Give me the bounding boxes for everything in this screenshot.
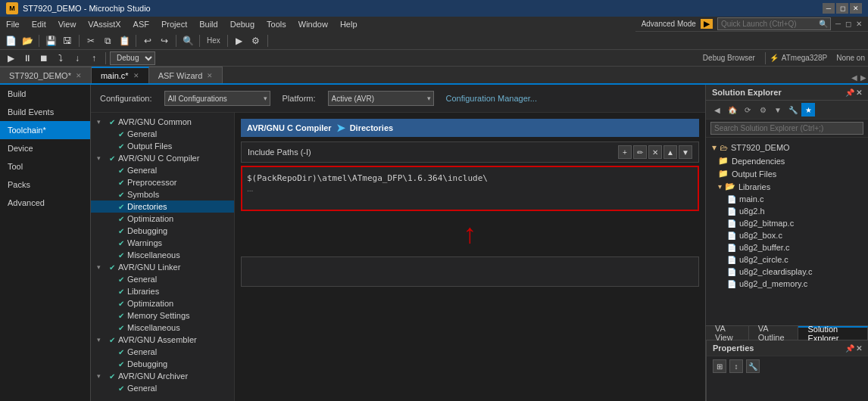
- tree-debugging-0[interactable]: ✔ Debugging: [91, 225, 234, 237]
- nav-build[interactable]: Build: [0, 85, 90, 103]
- btab-va-outline[interactable]: VA Outline: [749, 326, 799, 340]
- move-up-btn[interactable]: ▲: [663, 145, 677, 159]
- props-pin-btn[interactable]: 📌: [845, 344, 854, 353]
- tree-directories[interactable]: ✔ Directories: [91, 201, 234, 213]
- sol-u8g2-bitmap[interactable]: 📄 u8g2_bitmap.c: [706, 217, 868, 229]
- props-categories-btn[interactable]: ⊞: [713, 359, 726, 373]
- tree-avr-gnu-c-compiler[interactable]: ▾ ✔ AVR/GNU C Compiler: [91, 152, 234, 164]
- debug-pause[interactable]: ⏸: [20, 51, 35, 66]
- paste-btn[interactable]: 📋: [117, 33, 132, 48]
- menu-edit[interactable]: Edit: [26, 17, 52, 32]
- props-settings-btn[interactable]: 🔧: [746, 359, 760, 373]
- move-down-btn[interactable]: ▼: [679, 145, 692, 159]
- sol-home-btn[interactable]: 🏠: [726, 103, 739, 117]
- btab-solution-explorer[interactable]: Solution Explorer: [798, 326, 868, 340]
- sol-dependencies[interactable]: 📁 Dependencies: [706, 154, 868, 167]
- tree-debugging-asm[interactable]: ✔ Debugging: [91, 358, 234, 370]
- tree-avr-gnu-common[interactable]: ▾ ✔ AVR/GNU Common: [91, 116, 234, 128]
- tree-optimization[interactable]: ✔ Optimization: [91, 213, 234, 225]
- debug-step-in[interactable]: ↓: [70, 51, 85, 66]
- remove-include-btn[interactable]: ✕: [648, 145, 662, 159]
- sol-close-btn[interactable]: ✕: [856, 89, 862, 97]
- debug-start[interactable]: ▶: [3, 51, 18, 66]
- tree-output-files-0[interactable]: ✔ Output Files: [91, 140, 234, 152]
- build-btn[interactable]: ▶: [232, 33, 247, 48]
- new-btn[interactable]: 📄: [3, 33, 18, 48]
- tree-general-0[interactable]: ✔ General: [91, 128, 234, 140]
- restore-button[interactable]: ◻: [836, 3, 848, 14]
- tree-general-1[interactable]: ✔ General: [91, 164, 234, 176]
- tree-avr-gnu-archiver[interactable]: ▾ ✔ AVR/GNU Archiver: [91, 370, 234, 382]
- sol-u8g2-box[interactable]: 📄 u8g2_box.c: [706, 229, 868, 241]
- copy-btn[interactable]: ⧉: [100, 33, 115, 48]
- tree-general-2[interactable]: ✔ General: [91, 273, 234, 285]
- debug-step-out[interactable]: ↑: [86, 51, 101, 66]
- empty-input-box[interactable]: [241, 256, 699, 287]
- menu-build[interactable]: Build: [193, 17, 223, 32]
- nav-advanced[interactable]: Advanced: [0, 194, 90, 212]
- platform-select[interactable]: Active (AVR): [328, 91, 434, 106]
- sol-u8g2-cleardisplay[interactable]: 📄 u8g2_cleardisplay.c: [706, 266, 868, 278]
- open-btn[interactable]: 📂: [20, 33, 35, 48]
- sol-back-btn[interactable]: ◀: [710, 103, 724, 117]
- sol-u8g2-buffer[interactable]: 📄 u8g2_buffer.c: [706, 241, 868, 253]
- cut-btn[interactable]: ✂: [83, 33, 98, 48]
- sol-search-input[interactable]: [710, 122, 863, 135]
- tab-asf[interactable]: ASF Wizard ✕: [149, 67, 223, 83]
- tree-general-arch[interactable]: ✔ General: [91, 382, 234, 394]
- add-include-btn[interactable]: +: [618, 145, 632, 159]
- quick-launch-input[interactable]: [717, 17, 831, 30]
- debug-step-over[interactable]: ⤵: [53, 51, 68, 66]
- tree-warnings[interactable]: ✔ Warnings: [91, 237, 234, 249]
- sol-output-files[interactable]: 📁 Output Files: [706, 167, 868, 180]
- menu-asf[interactable]: ASF: [127, 17, 155, 32]
- menu-project[interactable]: Project: [155, 17, 193, 32]
- sol-wrench-btn[interactable]: 🔧: [786, 103, 800, 117]
- min-btn[interactable]: ─: [835, 20, 841, 28]
- tab-scroll-right[interactable]: ▶: [859, 72, 868, 83]
- tree-misc-0[interactable]: ✔ Miscellaneous: [91, 249, 234, 261]
- tree-optimization-linker[interactable]: ✔ Optimization: [91, 297, 234, 309]
- tree-avr-gnu-linker[interactable]: ▾ ✔ AVR/GNU Linker: [91, 261, 234, 273]
- nav-tool[interactable]: Tool: [0, 157, 90, 176]
- tab-main[interactable]: main.c* ✕: [92, 67, 149, 83]
- tab-close-2[interactable]: ✕: [207, 72, 213, 79]
- tab-scroll-left[interactable]: ◀: [850, 72, 859, 83]
- nav-device[interactable]: Device: [0, 139, 90, 157]
- sol-refresh-btn[interactable]: ⟳: [741, 103, 754, 117]
- undo-btn[interactable]: ↩: [140, 33, 155, 48]
- tree-symbols[interactable]: ✔ Symbols: [91, 188, 234, 201]
- max-btn[interactable]: ◻: [845, 20, 851, 28]
- menu-tools[interactable]: Tools: [261, 17, 292, 32]
- tree-misc-linker[interactable]: ✔ Miscellaneous: [91, 322, 234, 334]
- props-close-btn[interactable]: ✕: [856, 344, 862, 353]
- sol-filter-btn[interactable]: ▼: [771, 103, 785, 117]
- menu-window[interactable]: Window: [292, 17, 334, 32]
- nav-toolchain[interactable]: Toolchain*: [0, 121, 90, 139]
- nav-packs[interactable]: Packs: [0, 176, 90, 194]
- minimize-button[interactable]: ─: [823, 3, 835, 14]
- tree-memory-settings[interactable]: ✔ Memory Settings: [91, 309, 234, 322]
- close-btn[interactable]: ✕: [856, 20, 862, 28]
- menu-debug[interactable]: Debug: [224, 17, 261, 32]
- sol-u8g2-d-memory[interactable]: 📄 u8g2_d_memory.c: [706, 278, 868, 290]
- find-btn[interactable]: 🔍: [180, 33, 195, 48]
- tree-avr-gnu-assembler[interactable]: ▾ ✔ AVR/GNU Assembler: [91, 334, 234, 346]
- save-all-btn[interactable]: 🖫: [60, 33, 75, 48]
- tab-project[interactable]: ST7920_DEMO* ✕: [0, 67, 92, 83]
- props-sort-btn[interactable]: ↕: [729, 359, 743, 373]
- config-manager-link[interactable]: Configuration Manager...: [446, 94, 537, 103]
- menu-file[interactable]: File: [0, 17, 26, 32]
- menu-help[interactable]: Help: [334, 17, 364, 32]
- sol-main-c[interactable]: 📄 main.c: [706, 193, 868, 205]
- clean-btn[interactable]: ⚙: [248, 33, 264, 48]
- sol-u8g2-circle[interactable]: 📄 u8g2_circle.c: [706, 253, 868, 266]
- tree-preprocessor[interactable]: ✔ Preprocessor: [91, 176, 234, 188]
- tab-close-0[interactable]: ✕: [76, 72, 82, 79]
- save-btn[interactable]: 💾: [43, 33, 58, 48]
- menu-view[interactable]: View: [52, 17, 83, 32]
- sol-libraries[interactable]: ▾ 📂 Libraries: [706, 180, 868, 193]
- nav-build-events[interactable]: Build Events: [0, 103, 90, 121]
- debug-stop[interactable]: ⏹: [36, 51, 52, 66]
- debug-config-select[interactable]: Debug: [110, 51, 155, 65]
